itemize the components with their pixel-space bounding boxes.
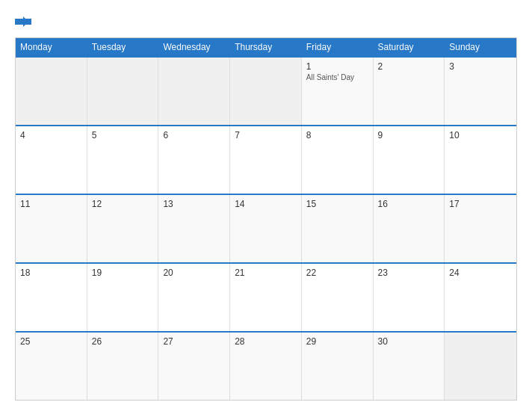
day-cell: 24 <box>445 264 516 331</box>
day-number: 7 <box>235 130 297 140</box>
day-number: 6 <box>163 130 225 140</box>
week-row-3: 11121314151617 <box>16 194 516 262</box>
day-number: 26 <box>92 336 154 347</box>
day-header-sunday: Sunday <box>445 38 516 56</box>
day-number: 14 <box>235 199 297 209</box>
week-row-4: 18192021222324 <box>16 262 516 331</box>
logo <box>15 13 34 30</box>
day-number: 11 <box>20 199 82 209</box>
day-cell <box>158 58 230 125</box>
day-cell: 13 <box>158 195 230 262</box>
day-cell: 23 <box>374 264 445 331</box>
day-number: 20 <box>163 268 225 278</box>
day-number: 28 <box>235 336 297 347</box>
day-number: 27 <box>163 336 225 347</box>
day-number: 13 <box>163 199 225 209</box>
calendar-grid: MondayTuesdayWednesdayThursdayFridaySatu… <box>15 37 517 401</box>
day-cell: 9 <box>374 126 445 194</box>
calendar-page: MondayTuesdayWednesdayThursdayFridaySatu… <box>0 0 532 411</box>
day-cell: 8 <box>302 126 374 194</box>
day-header-thursday: Thursday <box>230 38 302 56</box>
day-cell: 30 <box>374 333 445 400</box>
day-cell: 1All Saints' Day <box>302 58 374 125</box>
day-cell: 15 <box>302 195 374 262</box>
holiday-label: All Saints' Day <box>306 73 368 81</box>
day-number: 17 <box>449 199 512 209</box>
day-cell: 7 <box>230 126 302 194</box>
day-number: 15 <box>306 199 368 209</box>
day-number: 9 <box>378 130 440 140</box>
day-cell: 21 <box>230 264 302 331</box>
day-cell <box>230 58 302 125</box>
day-cell: 6 <box>158 126 230 194</box>
day-number: 8 <box>306 130 368 140</box>
day-cell: 22 <box>302 264 374 331</box>
day-cell: 2 <box>374 58 445 125</box>
day-number: 22 <box>306 268 368 278</box>
day-number: 16 <box>378 199 440 209</box>
weeks-container: 1All Saints' Day234567891011121314151617… <box>16 56 516 400</box>
day-cell: 28 <box>230 333 302 400</box>
day-number: 4 <box>20 130 82 140</box>
day-number: 21 <box>235 268 297 278</box>
day-cell <box>16 58 87 125</box>
day-cell: 10 <box>445 126 516 194</box>
day-number: 2 <box>378 61 440 72</box>
day-cell: 3 <box>445 58 516 125</box>
day-cell: 27 <box>158 333 230 400</box>
week-row-2: 45678910 <box>16 125 516 194</box>
day-cell <box>87 58 159 125</box>
day-header-monday: Monday <box>16 38 87 56</box>
day-number: 1 <box>306 61 368 72</box>
day-number: 19 <box>92 268 154 278</box>
day-number: 10 <box>449 130 512 140</box>
day-number: 5 <box>92 130 154 140</box>
day-number: 30 <box>378 336 440 347</box>
week-row-5: 252627282930 <box>16 331 516 400</box>
day-cell: 20 <box>158 264 230 331</box>
logo-icon <box>15 13 31 30</box>
day-cell: 11 <box>16 195 87 262</box>
day-number: 12 <box>92 199 154 209</box>
day-cell: 26 <box>87 333 159 400</box>
day-header-tuesday: Tuesday <box>87 38 159 56</box>
day-cell: 29 <box>302 333 374 400</box>
day-cell <box>445 333 516 400</box>
week-row-1: 1All Saints' Day23 <box>16 56 516 125</box>
day-number: 24 <box>449 268 512 278</box>
day-headers-row: MondayTuesdayWednesdayThursdayFridaySatu… <box>16 38 516 56</box>
day-number: 29 <box>306 336 368 347</box>
day-cell: 17 <box>445 195 516 262</box>
day-cell: 4 <box>16 126 87 194</box>
day-cell: 14 <box>230 195 302 262</box>
header <box>15 13 517 30</box>
day-cell: 12 <box>87 195 159 262</box>
day-header-saturday: Saturday <box>374 38 445 56</box>
day-number: 18 <box>20 268 82 278</box>
day-header-wednesday: Wednesday <box>158 38 230 56</box>
day-number: 3 <box>449 61 512 72</box>
day-number: 23 <box>378 268 440 278</box>
day-cell: 5 <box>87 126 159 194</box>
day-cell: 18 <box>16 264 87 331</box>
day-cell: 19 <box>87 264 159 331</box>
day-cell: 25 <box>16 333 87 400</box>
day-number: 25 <box>20 336 82 347</box>
day-cell: 16 <box>374 195 445 262</box>
day-header-friday: Friday <box>302 38 374 56</box>
